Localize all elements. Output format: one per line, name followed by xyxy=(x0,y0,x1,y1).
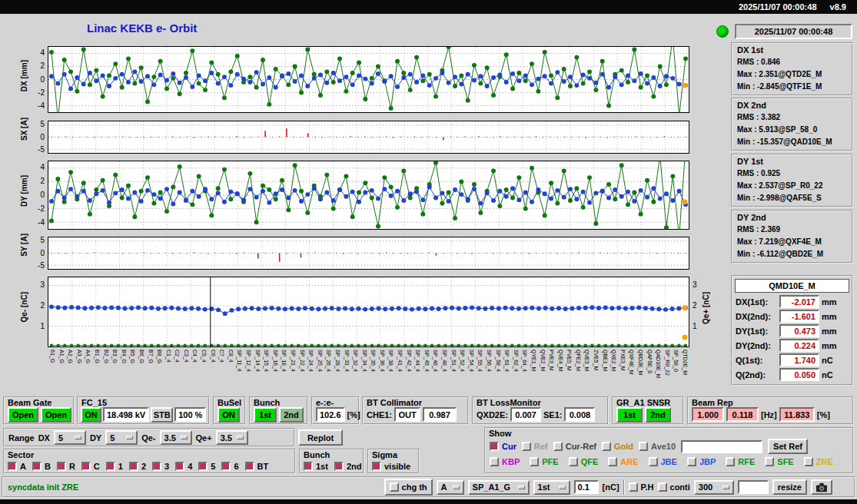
sector-item-b[interactable]: B xyxy=(32,462,51,471)
sector-item-c[interactable]: C xyxy=(81,462,100,471)
bunch-select-item-1st[interactable]: 1st xyxy=(304,462,328,471)
show-checkbox-ref[interactable] xyxy=(522,442,531,451)
snsr-1st-button[interactable]: 1st xyxy=(616,407,643,423)
sector-item-a[interactable]: A xyxy=(8,462,26,471)
sector-item-6[interactable]: 6 xyxy=(221,462,238,471)
replot-button[interactable]: Replot xyxy=(298,429,343,446)
busel-on-button[interactable]: ON xyxy=(218,407,240,423)
sector-checkbox-3[interactable] xyxy=(152,462,161,471)
sector-item-3[interactable]: 3 xyxy=(152,462,169,471)
x-axis-label: SP_25_4 xyxy=(317,350,323,372)
show-item-jbe[interactable]: JBE xyxy=(649,457,677,466)
sector-item-1[interactable]: 1 xyxy=(106,462,123,471)
bunch-2nd-button[interactable]: 2nd xyxy=(279,407,304,423)
sector-item-5[interactable]: 5 xyxy=(198,462,215,471)
show-checkbox-are[interactable] xyxy=(608,457,617,466)
beam-gate-open-button-1[interactable]: Open xyxy=(8,407,38,423)
ph-checkbox[interactable] xyxy=(629,482,638,492)
sector-checkbox-b[interactable] xyxy=(32,462,42,471)
show-checkbox-qfe[interactable] xyxy=(569,457,578,466)
show-item-rfe[interactable]: RFE xyxy=(726,457,755,466)
x-axis-label: QVE2_M xyxy=(540,350,546,371)
x-axis-label: SP_15_4 xyxy=(263,350,269,372)
bunch-select-combo[interactable]: 1st xyxy=(533,480,570,495)
show-checkbox-jbp[interactable] xyxy=(687,457,696,466)
sector-checkbox-2[interactable] xyxy=(129,462,138,471)
show-item-cur-ref[interactable]: Cur-Ref xyxy=(553,442,596,451)
show-checkbox-gold[interactable] xyxy=(602,442,611,451)
conti-toggle[interactable]: conti xyxy=(658,482,690,492)
sector-checkbox-c[interactable] xyxy=(81,462,91,471)
snsr-2nd-button[interactable]: 2nd xyxy=(645,407,671,423)
device-select-combo[interactable]: SP_A1_G xyxy=(468,480,530,495)
sector-checkbox-1[interactable] xyxy=(106,462,115,471)
bunch-select-checkbox-1st[interactable] xyxy=(304,462,313,471)
sigma-checkbox-visible[interactable] xyxy=(372,462,381,471)
show-checkbox-zre[interactable] xyxy=(804,457,813,466)
show-checkbox-cur-ref[interactable] xyxy=(553,442,563,451)
y-tick-label: -5 xyxy=(28,145,45,154)
range-combo-qe-[interactable]: 3.5 xyxy=(160,430,192,445)
sector-title: Sector xyxy=(8,451,34,459)
show-checkbox-rfe[interactable] xyxy=(726,457,735,466)
show-item-ave10[interactable]: Ave10 xyxy=(639,442,676,451)
stats-max: Max : 5.913@SP_58_0 xyxy=(737,124,849,136)
x-axis-label: SP_32_4 xyxy=(352,350,358,372)
sector-item-bt[interactable]: BT xyxy=(245,462,269,471)
sector-select-combo[interactable]: A xyxy=(437,480,464,495)
sector-checkbox-4[interactable] xyxy=(175,462,184,471)
x-axis-label: QVE3_M xyxy=(583,350,590,371)
show-item-sfe[interactable]: SFE xyxy=(765,457,793,466)
interval-combo[interactable]: 300 xyxy=(694,480,734,495)
show-item-jbp[interactable]: JBP xyxy=(687,457,716,466)
fc15-on-button[interactable]: ON xyxy=(81,407,101,423)
stats-min: Min : -2.998@QAF5E_S xyxy=(737,192,849,204)
monitor-row: Q(2nd): 0.050 nC xyxy=(735,367,849,382)
spare-input[interactable] xyxy=(738,480,769,494)
sector-item-r[interactable]: R xyxy=(57,462,75,471)
range-combo-qe+[interactable]: 3.5 xyxy=(216,430,248,445)
combo-value: 1st xyxy=(538,482,550,492)
range-combo-dx[interactable]: 5 xyxy=(54,430,86,445)
sector-checkbox-6[interactable] xyxy=(221,462,231,471)
show-item-qfe[interactable]: QFE xyxy=(569,457,599,466)
show-checkbox-sfe[interactable] xyxy=(765,457,774,466)
resize-button[interactable]: resize xyxy=(772,479,807,495)
conti-checkbox[interactable] xyxy=(658,482,667,492)
ph-toggle[interactable]: P.H xyxy=(629,482,654,492)
sector-label: R xyxy=(69,462,75,471)
bunch-select-item-2nd[interactable]: 2nd xyxy=(334,462,362,471)
sector-checkbox-r[interactable] xyxy=(57,462,66,471)
beam-gate-open-button-2[interactable]: Open xyxy=(41,407,71,423)
show-item-kbp[interactable]: KBP xyxy=(490,457,520,466)
show-checkbox-cur[interactable] xyxy=(490,442,499,451)
ref-name-input[interactable] xyxy=(681,440,762,453)
set-ref-button[interactable]: Set Ref xyxy=(768,439,808,454)
show-item-ref[interactable]: Ref xyxy=(522,442,548,451)
fc15-stb-button[interactable]: STB xyxy=(151,407,173,423)
range-combo-dy[interactable]: 5 xyxy=(105,430,138,445)
chg-th-checkbox[interactable] xyxy=(390,482,399,492)
sector-item-2[interactable]: 2 xyxy=(129,462,146,471)
show-checkbox-pfe[interactable] xyxy=(530,457,539,466)
sector-checkbox-bt[interactable] xyxy=(245,462,254,471)
show-label: Ave10 xyxy=(651,442,676,451)
show-checkbox-kbp[interactable] xyxy=(490,457,499,466)
threshold-input[interactable]: 0.1 xyxy=(574,480,599,494)
x-axis-label: ZVE5_M xyxy=(593,350,599,370)
sigma-item-visible[interactable]: visible xyxy=(372,462,410,471)
show-item-are[interactable]: ARE xyxy=(608,457,638,466)
show-item-gold[interactable]: Gold xyxy=(602,442,633,451)
sector-checkbox-a[interactable] xyxy=(8,462,17,471)
show-item-zre[interactable]: ZRE xyxy=(804,457,833,466)
show-item-pfe[interactable]: PFE xyxy=(530,457,558,466)
bunch-select-checkbox-2nd[interactable] xyxy=(334,462,344,471)
monitor-value: 0.050 xyxy=(779,368,819,381)
sector-checkbox-5[interactable] xyxy=(198,462,208,471)
sector-item-4[interactable]: 4 xyxy=(175,462,192,471)
show-checkbox-ave10[interactable] xyxy=(639,442,648,451)
show-checkbox-jbe[interactable] xyxy=(649,457,658,466)
bunch-1st-button[interactable]: 1st xyxy=(254,407,277,423)
show-item-cur[interactable]: Cur xyxy=(490,442,517,451)
snapshot-button[interactable] xyxy=(811,479,832,495)
